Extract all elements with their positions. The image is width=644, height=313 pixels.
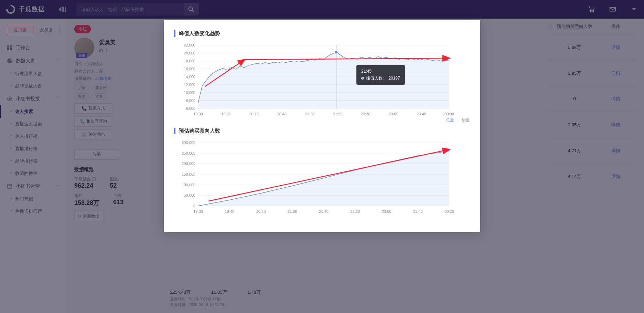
modal-overlay[interactable]	[0, 0, 644, 19]
